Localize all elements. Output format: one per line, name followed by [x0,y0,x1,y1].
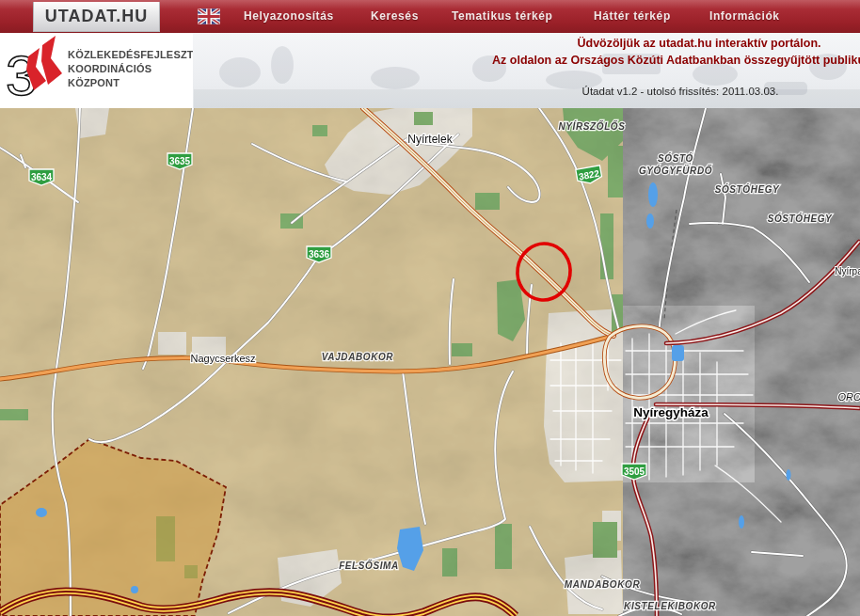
brand-logo[interactable]: UTADAT.HU [33,2,160,32]
header-strip: 3 KÖZLEKEDÉSFEJLESZTÉSI KOORDINÁCIÓS KÖZ… [0,33,860,108]
label-sosto-line2: GYÓGYFÜRDŐ [639,165,712,176]
svg-text:3636: 3636 [309,249,330,260]
nav-tematikus-terkep[interactable]: Tematikus térkép [452,9,552,23]
label-nyirtelek: Nyírtelek [407,133,453,146]
label-sosto-line1: SÓSTÓ [658,152,693,164]
label-sostohegy-a: SÓSTÓHEGY [715,183,780,195]
org-name-line2: KOORDINÁCIÓS [68,63,151,74]
kkk-logo-box: 3 KÖZLEKEDÉSFEJLESZTÉSI KOORDINÁCIÓS KÖZ… [0,33,193,108]
label-nyirszolos: NYÍRSZŐLŐS [558,120,625,132]
version-status-line: Útadat v1.2 - utolsó frissítés: 2011.03.… [582,86,779,97]
label-felsosima: FELSŐSIMA [339,560,399,571]
nav-informaciok[interactable]: Információk [709,9,780,23]
logo-ribbon-right [41,36,62,85]
org-name-line3: KÖZPONT [68,77,119,88]
label-vajdabokor: VAJDABOKOR [322,352,394,362]
welcome-line-1: Üdvözöljük az utadat.hu interaktív portá… [577,37,820,50]
top-navbar: UTADAT.HU Helyazonosítás Keresés Tematik… [0,0,860,34]
org-name-line1: KÖZLEKEDÉSFEJLESZTÉSI [68,49,193,60]
utadat-portal: UTADAT.HU Helyazonosítás Keresés Tematik… [0,0,860,616]
nav-helyazonositas[interactable]: Helyazonosítás [244,9,334,23]
nav-kereses[interactable]: Keresés [371,9,419,23]
welcome-line-2: Az oldalon az Országos Közúti Adatbankba… [492,54,860,67]
label-mandabokor: MANDABOKOR [565,579,641,590]
label-nagycserkesz: Nagycserkesz [190,353,255,364]
label-kistelekibokor: KISTELEKIBOKOR [624,601,716,611]
uk-flag-icon[interactable] [198,8,220,24]
label-oros-partial: ORO [837,391,860,403]
svg-text:3635: 3635 [169,156,191,166]
nav-hatter-terkep[interactable]: Háttér térkép [594,9,671,23]
svg-text:3505: 3505 [624,466,645,477]
map-canvas[interactable]: 3634 3635 3636 3822 3505 Nyírtelek NYÍRS… [0,108,860,616]
label-nyiregyhaza: Nyíregyháza [633,405,709,419]
label-sostohegy-b: SÓSTÓHEGY [768,213,833,224]
label-nyirpazony-partial: Nyírpa [835,266,860,276]
kkk-logo: 3 KÖZLEKEDÉSFEJLESZTÉSI KOORDINÁCIÓS KÖZ… [0,33,193,108]
svg-text:3634: 3634 [31,172,53,182]
